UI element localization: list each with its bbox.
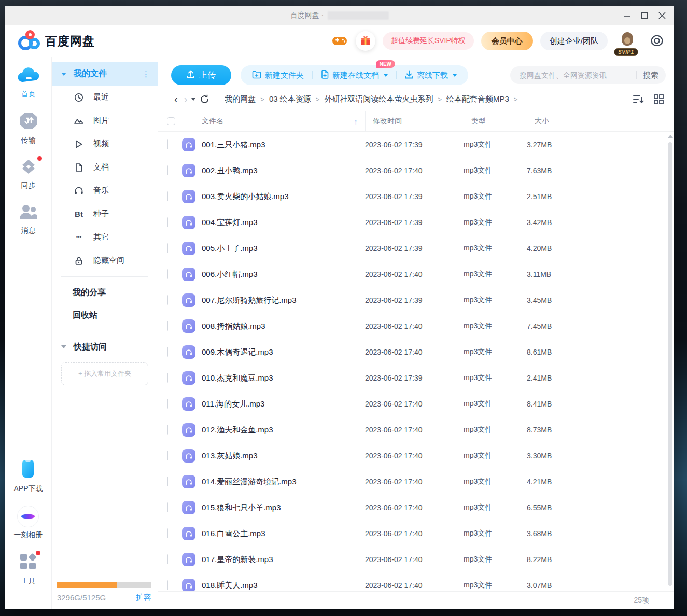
- nav-messages[interactable]: 消息: [18, 203, 39, 235]
- sidebar-item-pictures[interactable]: 图片: [52, 109, 158, 132]
- nav-app-download[interactable]: APP下载: [13, 459, 43, 494]
- row-checkbox[interactable]: [167, 217, 168, 227]
- file-name[interactable]: 011.海的女儿.mp3: [202, 399, 365, 409]
- minimize-button[interactable]: [618, 6, 636, 25]
- app-logo[interactable]: 百度网盘: [18, 30, 95, 52]
- table-row[interactable]: 005.小王子.mp3 2023-06-02 17:39 mp3文件 4.20M…: [158, 235, 668, 261]
- scrollbar[interactable]: [668, 132, 673, 591]
- scroll-up-arrow-icon[interactable]: [668, 135, 673, 138]
- column-header-type[interactable]: 类型: [464, 111, 527, 131]
- sidebar-item-hidden-space[interactable]: 隐藏空间: [52, 249, 158, 272]
- member-center-button[interactable]: 会员中心: [481, 32, 533, 50]
- game-icon[interactable]: [331, 32, 348, 50]
- file-name[interactable]: 004.宝莲灯.mp3: [202, 218, 365, 228]
- file-name[interactable]: 017.皇帝的新装.mp3: [202, 555, 365, 565]
- table-row[interactable]: 015.狼和七只小羊.mp3 2023-06-02 17:40 mp3文件 6.…: [158, 495, 668, 521]
- column-header-size[interactable]: 大小: [527, 111, 585, 131]
- file-name[interactable]: 014.爱丽丝漫游奇境记.mp3: [202, 477, 365, 487]
- table-row[interactable]: 017.皇帝的新装.mp3 2023-06-02 17:40 mp3文件 8.2…: [158, 547, 668, 572]
- file-name[interactable]: 003.卖火柴的小姑娘.mp3: [202, 192, 365, 202]
- refresh-icon[interactable]: [200, 94, 209, 104]
- table-row[interactable]: 016.白雪公主.mp3 2023-06-02 17:40 mp3文件 3.68…: [158, 521, 668, 547]
- file-name[interactable]: 009.木偶奇遇记.mp3: [202, 347, 365, 357]
- row-checkbox[interactable]: [167, 165, 168, 175]
- row-checkbox[interactable]: [167, 295, 168, 305]
- sidebar-item-recent[interactable]: 最近: [52, 86, 158, 109]
- offline-download-button[interactable]: 离线下载: [397, 65, 465, 85]
- sidebar-item-recycle-bin[interactable]: 回收站: [52, 304, 158, 327]
- sidebar-item-my-shares[interactable]: 我的分享: [52, 281, 158, 304]
- row-checkbox[interactable]: [167, 321, 168, 331]
- row-checkbox[interactable]: [167, 451, 168, 460]
- close-button[interactable]: [653, 6, 671, 25]
- nav-tools[interactable]: 工具: [19, 552, 37, 586]
- table-row[interactable]: 004.宝莲灯.mp3 2023-06-02 17:39 mp3文件 3.42M…: [158, 209, 668, 235]
- file-name[interactable]: 007.尼尔斯骑鹅旅行记.mp3: [202, 296, 365, 305]
- table-row[interactable]: 006.小红帽.mp3 2023-06-02 17:40 mp3文件 3.11M…: [158, 261, 668, 287]
- row-checkbox[interactable]: [167, 528, 168, 538]
- nav-transfer[interactable]: 传输: [19, 111, 38, 145]
- file-name[interactable]: 015.狼和七只小羊.mp3: [202, 503, 365, 513]
- table-row[interactable]: 003.卖火柴的小姑娘.mp3 2023-06-02 17:39 mp3文件 2…: [158, 184, 668, 209]
- row-checkbox[interactable]: [167, 399, 168, 409]
- svip-promo-button[interactable]: 超值续费延长SVIP特权: [383, 32, 474, 50]
- scrollbar-thumb[interactable]: [668, 142, 672, 586]
- history-dropdown-icon[interactable]: [191, 98, 195, 101]
- table-row[interactable]: 008.拇指姑娘.mp3 2023-06-02 17:40 mp3文件 7.45…: [158, 313, 668, 339]
- settings-gear-icon[interactable]: [648, 32, 666, 50]
- select-all-checkbox[interactable]: [167, 117, 175, 125]
- grid-view-icon[interactable]: [654, 94, 664, 104]
- chevron-down-icon[interactable]: [61, 345, 66, 348]
- forward-button[interactable]: ›: [181, 94, 191, 104]
- sidebar-item-quick-access[interactable]: 快捷访问: [52, 335, 158, 358]
- table-row[interactable]: 001.三只小猪.mp3 2023-06-02 17:39 mp3文件 3.27…: [158, 132, 668, 158]
- sidebar-item-torrents[interactable]: Bt 种子: [52, 202, 158, 226]
- breadcrumb-item[interactable]: 我的网盘: [225, 94, 256, 104]
- row-checkbox[interactable]: [167, 425, 168, 435]
- file-name[interactable]: 008.拇指姑娘.mp3: [202, 321, 365, 331]
- sidebar-item-videos[interactable]: 视频: [52, 132, 158, 156]
- search-input[interactable]: [520, 71, 630, 79]
- file-name[interactable]: 002.丑小鸭.mp3: [202, 166, 365, 176]
- file-name[interactable]: 018.睡美人.mp3: [202, 581, 365, 591]
- breadcrumb-item[interactable]: 外研社双语阅读绘本萤火虫系列: [324, 94, 433, 104]
- column-header-time[interactable]: 修改时间: [365, 111, 464, 131]
- new-folder-button[interactable]: 新建文件夹: [244, 65, 312, 85]
- new-online-doc-button[interactable]: NEW 新建在线文档: [313, 65, 396, 85]
- create-team-button[interactable]: 创建企业/团队: [540, 32, 608, 50]
- chevron-down-icon[interactable]: [61, 73, 66, 76]
- sidebar-item-others[interactable]: ••• 其它: [52, 226, 158, 249]
- search-button[interactable]: 搜索: [643, 71, 658, 80]
- table-row[interactable]: 011.海的女儿.mp3 2023-06-02 17:40 mp3文件 8.41…: [158, 391, 668, 417]
- sort-list-icon[interactable]: [633, 94, 644, 104]
- nav-sync[interactable]: 同步: [18, 158, 39, 190]
- upload-button[interactable]: 上传: [171, 65, 231, 85]
- search-box[interactable]: 搜索: [510, 66, 666, 84]
- row-checkbox[interactable]: [167, 139, 168, 149]
- gift-icon[interactable]: [356, 31, 375, 51]
- row-checkbox[interactable]: [167, 243, 168, 253]
- row-checkbox[interactable]: [167, 347, 168, 357]
- sidebar-item-music[interactable]: 音乐: [52, 179, 158, 202]
- file-name[interactable]: 010.杰克和魔豆.mp3: [202, 373, 365, 383]
- row-checkbox[interactable]: [167, 580, 168, 590]
- user-avatar[interactable]: SVIP1: [615, 27, 641, 55]
- more-menu-icon[interactable]: ⋮: [142, 69, 150, 79]
- row-checkbox[interactable]: [167, 502, 168, 512]
- nav-home[interactable]: 首页: [17, 66, 40, 99]
- breadcrumb-item[interactable]: 绘本配套音频MP3: [446, 94, 509, 104]
- table-row[interactable]: 009.木偶奇遇记.mp3 2023-06-02 17:40 mp3文件 8.6…: [158, 339, 668, 365]
- row-checkbox[interactable]: [167, 191, 168, 201]
- row-checkbox[interactable]: [167, 554, 168, 564]
- sort-ascending-icon[interactable]: ↑: [354, 117, 358, 126]
- breadcrumb-item[interactable]: 03 绘本资源: [269, 94, 311, 104]
- table-row[interactable]: 014.爱丽丝漫游奇境记.mp3 2023-06-02 17:40 mp3文件 …: [158, 469, 668, 495]
- row-checkbox[interactable]: [167, 477, 168, 486]
- table-row[interactable]: 012.渔夫和金鱼.mp3 2023-06-02 17:40 mp3文件 8.7…: [158, 417, 668, 443]
- row-checkbox[interactable]: [167, 269, 168, 279]
- table-row[interactable]: 018.睡美人.mp3 2023-06-02 17:40 mp3文件 3.07M…: [158, 572, 668, 591]
- expand-storage-link[interactable]: 扩容: [136, 593, 151, 603]
- maximize-button[interactable]: [636, 6, 653, 25]
- sidebar-item-my-files[interactable]: 我的文件 ⋮: [52, 62, 158, 86]
- drop-folder-hint[interactable]: + 拖入常用文件夹: [61, 362, 148, 385]
